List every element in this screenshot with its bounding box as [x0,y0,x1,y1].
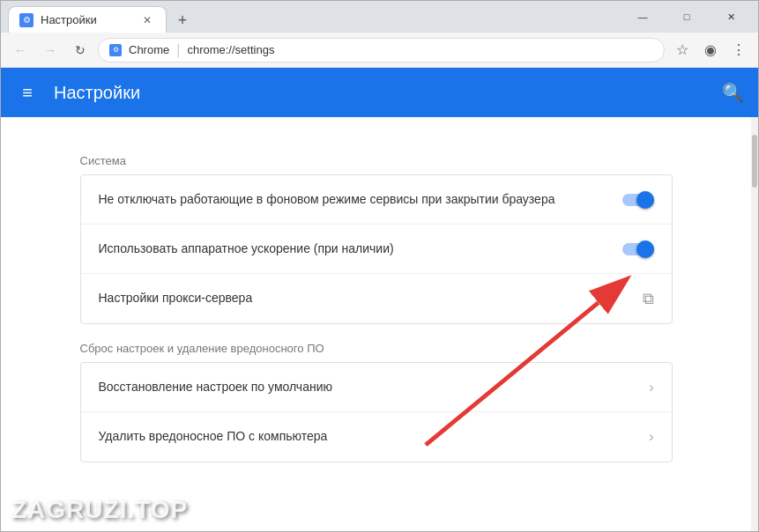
arrow-icon-restore: › [649,380,653,395]
row-label-proxy: Настройки прокси-сервера [99,290,643,307]
window-frame: ⚙ Настройки ✕ + — □ ✕ ← → ↻ ⚙ Chrome | c… [0,0,759,532]
url-favicon: ⚙ [109,44,122,56]
row-label-background: Не отключать работающие в фоновом режиме… [99,191,622,209]
minimize-button[interactable]: — [622,1,663,33]
url-text: chrome://settings [187,43,274,56]
address-bar: ← → ↻ ⚙ Chrome | chrome://settings ☆ ◉ ⋮ [1,33,758,68]
external-link-icon[interactable]: ⧉ [643,290,654,308]
search-settings-button[interactable]: 🔍 [722,82,744,103]
section-title-reset: Сброс настроек и удаление вредоносного П… [80,342,673,355]
row-label-malware: Удалить вредоносное ПО с компьютера [99,428,650,446]
section-title-sistema: Система [80,154,673,167]
row-label-hardware: Использовать аппаратное ускорение (при н… [99,240,622,258]
close-button[interactable]: ✕ [711,1,751,33]
content-area: Система Не отключать работающие в фоново… [1,117,751,531]
reload-button[interactable]: ↻ [68,38,93,63]
content-inner: Система Не отключать работающие в фоново… [59,117,694,484]
toolbar-icons: ☆ ◉ ⋮ [670,38,751,63]
new-tab-button[interactable]: + [170,8,195,33]
tab-strip: ⚙ Настройки ✕ + [8,1,619,33]
tab-title: Настройки [41,13,97,26]
settings-row-hardware: Использовать аппаратное ускорение (при н… [81,225,672,274]
settings-row-proxy: Настройки прокси-сервера ⧉ [81,274,672,323]
menu-button[interactable]: ⋮ [726,38,751,63]
settings-card-reset: Восстановление настроек по умолчанию › У… [80,362,673,462]
back-button[interactable]: ← [8,38,33,63]
row-label-restore: Восстановление настроек по умолчанию [99,379,650,396]
chrome-body: ≡ Настройки 🔍 Система Не откл [1,68,758,531]
url-brand: Chrome [129,43,169,56]
settings-card-sistema: Не отключать работающие в фоновом режиме… [80,174,673,324]
url-bar[interactable]: ⚙ Chrome | chrome://settings [98,38,665,63]
hamburger-button[interactable]: ≡ [15,80,40,105]
window-controls: — □ ✕ [622,1,751,33]
toggle-background[interactable] [622,191,654,209]
title-bar: ⚙ Настройки ✕ + — □ ✕ [1,1,758,33]
restore-button[interactable]: □ [666,1,707,33]
url-divider: | [176,42,180,58]
arrow-icon-malware: › [649,429,653,445]
settings-header: ≡ Настройки 🔍 [1,68,758,117]
settings-row-malware[interactable]: Удалить вредоносное ПО с компьютера › [81,412,672,462]
toggle-thumb-background [636,191,654,209]
bookmark-button[interactable]: ☆ [670,38,695,63]
settings-page-title: Настройки [54,83,708,103]
settings-row-background: Не отключать работающие в фоновом режиме… [81,175,672,225]
settings-row-restore[interactable]: Восстановление настроек по умолчанию › [81,363,672,412]
toggle-thumb-hardware [636,240,654,258]
account-button[interactable]: ◉ [698,38,723,63]
scrollbar-track[interactable] [751,117,758,531]
tab-favicon: ⚙ [19,13,33,27]
forward-button[interactable]: → [38,38,63,63]
active-tab[interactable]: ⚙ Настройки ✕ [8,6,167,33]
tab-close-button[interactable]: ✕ [139,12,155,28]
chrome-content-wrapper: ≡ Настройки 🔍 Система Не откл [1,68,758,531]
scrollbar-thumb[interactable] [752,135,757,188]
toggle-hardware[interactable] [622,240,654,258]
